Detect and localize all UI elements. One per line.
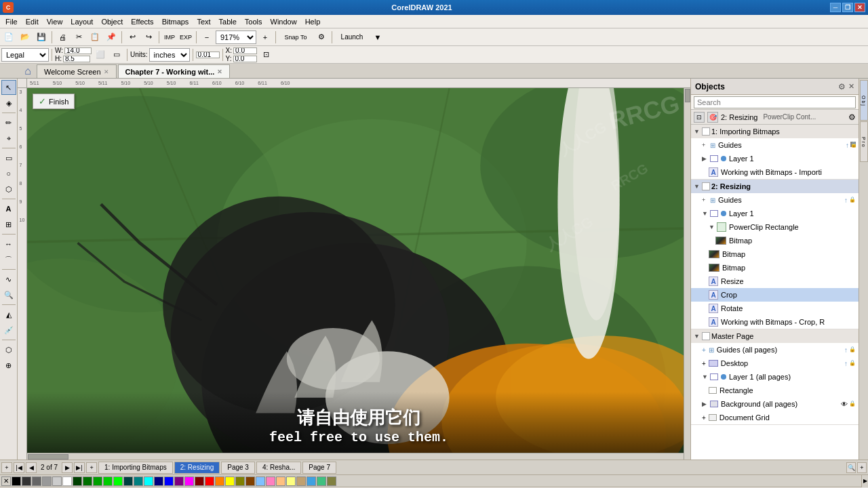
landscape-button[interactable]: ▭	[109, 47, 124, 62]
width-input[interactable]: 14.0	[64, 47, 92, 54]
tree-item-bitmap2[interactable]: Bitmap	[691, 247, 859, 261]
y-input[interactable]: 0.0	[233, 56, 257, 62]
units-select[interactable]: inches	[149, 48, 190, 62]
page-next-button[interactable]: ▶	[62, 462, 73, 473]
new-button[interactable]: 📄	[1, 30, 16, 45]
tab-welcome[interactable]: Welcome Screen ✕	[37, 64, 117, 78]
tree-item-powerclip[interactable]: ▼ PowerClip Rectangle	[691, 220, 859, 234]
finish-button[interactable]: ✓ Finish	[33, 94, 75, 109]
menu-help[interactable]: Help	[301, 16, 325, 27]
save-button[interactable]: 💾	[34, 30, 49, 45]
objects-settings-icon[interactable]: ⚙	[838, 82, 846, 92]
tree-item-guides1[interactable]: + ⊞ Guides ↑ 🔒	[691, 138, 859, 152]
height-input[interactable]: 8.5	[63, 56, 90, 62]
color-dark-blue[interactable]	[154, 476, 163, 486]
zoom-in-button[interactable]: +	[258, 30, 273, 45]
tab-welcome-close[interactable]: ✕	[104, 68, 109, 75]
color-tan[interactable]	[296, 476, 306, 486]
launch-button[interactable]: Launch	[335, 30, 369, 45]
import-button[interactable]: IMP	[162, 30, 177, 45]
color-blue[interactable]	[164, 476, 174, 486]
page-zoom-in-btn[interactable]: +	[857, 462, 867, 473]
color-sea-green[interactable]	[317, 476, 326, 486]
menu-bitmaps[interactable]: Bitmaps	[158, 16, 193, 27]
vscroll-thumb[interactable]	[685, 89, 690, 102]
page-tab-3[interactable]: Page 3	[221, 462, 255, 474]
zoom-tool[interactable]: 🔍	[1, 287, 16, 302]
page-add-button[interactable]: +	[1, 462, 12, 473]
eyedropper-tool[interactable]: 💉	[1, 323, 16, 338]
color-cyan[interactable]	[144, 476, 153, 486]
color-dark-green[interactable]	[73, 476, 82, 486]
color-light-gray[interactable]	[42, 476, 52, 486]
objects-close-icon[interactable]: ✕	[848, 82, 854, 91]
color-forest-green[interactable]	[83, 476, 92, 486]
color-white[interactable]	[62, 476, 72, 486]
color-silver[interactable]	[52, 476, 62, 486]
bg-eye[interactable]: 👁	[841, 401, 848, 408]
page-zoom-out-btn[interactable]: 🔍	[846, 462, 856, 473]
page-first-button[interactable]: |◀	[14, 462, 24, 473]
color-bright-green[interactable]	[103, 476, 113, 486]
tree-item-desktop[interactable]: + Desktop ↑ 🔒	[691, 357, 859, 370]
menu-text[interactable]: Text	[193, 16, 214, 27]
color-dark-yellow[interactable]	[235, 476, 245, 486]
color-light-yellow[interactable]	[286, 476, 296, 486]
gear-icon[interactable]: ⚙	[848, 113, 856, 122]
color-light-orange[interactable]	[276, 476, 285, 486]
zoom-out-button[interactable]: −	[199, 30, 214, 45]
tree-item-layer1-s1[interactable]: ▶ Layer 1	[691, 152, 859, 165]
tree-item-resize[interactable]: A Resize	[691, 274, 859, 288]
objects-tab-btn[interactable]: O b j	[860, 80, 868, 121]
color-maroon[interactable]	[195, 476, 204, 486]
color-orange[interactable]	[215, 476, 224, 486]
tree-item-bitmap-pc[interactable]: Bitmap	[691, 234, 859, 247]
home-button[interactable]: ⌂	[19, 64, 37, 78]
restore-button[interactable]: ❐	[842, 3, 853, 12]
color-light-blue[interactable]	[256, 476, 265, 486]
color-red[interactable]	[205, 476, 214, 486]
page-tab-7[interactable]: Page 7	[302, 462, 336, 474]
close-button[interactable]: ✕	[854, 3, 865, 12]
open-button[interactable]: 📂	[18, 30, 33, 45]
color-magenta[interactable]	[184, 476, 194, 486]
smart-tool[interactable]: ⌖	[1, 131, 16, 146]
tab-chapter7[interactable]: Chapter 7 - Working wit... ✕	[118, 64, 231, 78]
page-tab-1[interactable]: 1: Importing Bitmaps	[98, 462, 173, 474]
tree-section-masterpage-header[interactable]: ▼ Master Page	[691, 329, 859, 343]
page-size-settings[interactable]: ⊡	[258, 47, 273, 62]
text-tool[interactable]: A	[1, 201, 16, 216]
export-button[interactable]: EXP	[178, 30, 193, 45]
tree-item-bitmap3[interactable]: Bitmap	[691, 261, 859, 274]
tree-item-wbitmaps-crop[interactable]: A Working with Bitmaps - Crop, R	[691, 315, 859, 329]
color-purple[interactable]	[174, 476, 184, 486]
color-sky-blue[interactable]	[307, 476, 316, 486]
polygon-tool[interactable]: ⬡	[1, 182, 16, 197]
hscroll-thumb[interactable]	[28, 454, 68, 460]
page-new-button[interactable]: +	[86, 462, 97, 473]
color-gray[interactable]	[32, 476, 41, 486]
page-tab-2[interactable]: 2: Resizing	[174, 462, 220, 474]
properties-tab-btn[interactable]: P r o	[860, 121, 868, 162]
undo-button[interactable]: ↩	[125, 30, 140, 45]
menu-edit[interactable]: Edit	[22, 16, 43, 27]
tree-item-layer1-all[interactable]: ▼ Layer 1 (all pages)	[691, 370, 859, 384]
fill-tool[interactable]: ◭	[1, 307, 16, 322]
color-teal[interactable]	[134, 476, 143, 486]
vertical-scrollbar[interactable]	[684, 88, 690, 460]
interactive-tool[interactable]: ⬡	[1, 342, 16, 357]
tree-item-guides-all[interactable]: + ⊞ Guides (all pages) ↑ 🔒	[691, 343, 859, 357]
redo-button[interactable]: ↪	[141, 30, 156, 45]
menu-file[interactable]: File	[1, 16, 22, 27]
tab-chapter7-close[interactable]: ✕	[217, 68, 222, 75]
node-tool[interactable]: ◈	[1, 96, 16, 110]
color-black[interactable]	[12, 476, 21, 486]
menu-layout[interactable]: Layout	[66, 16, 97, 27]
snap-settings-button[interactable]: ⚙	[314, 30, 329, 45]
tree-item-rect[interactable]: Rectangle	[691, 384, 859, 397]
zoom-level-select[interactable]: 917%	[216, 30, 256, 44]
menu-view[interactable]: View	[43, 16, 67, 27]
tree-item-wbitmaps1[interactable]: A Working with Bitmaps - Importi	[691, 165, 859, 179]
color-pink[interactable]	[266, 476, 275, 486]
color-green[interactable]	[93, 476, 102, 486]
